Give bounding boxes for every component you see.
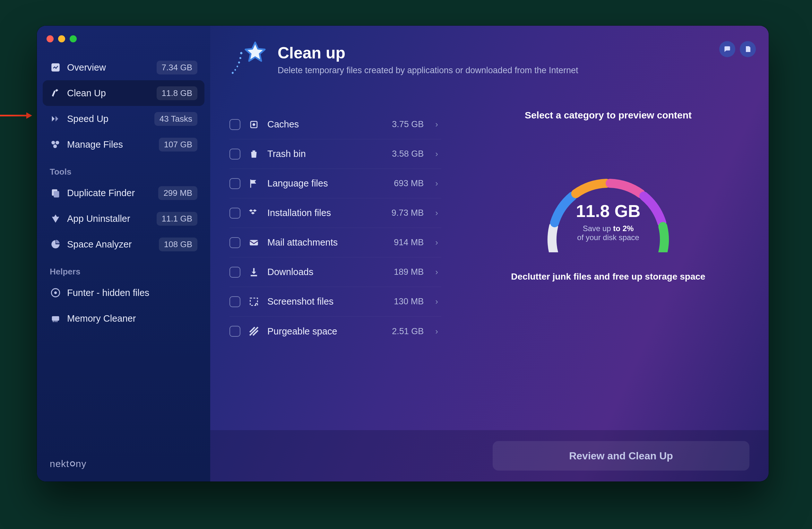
preview-pane: Select a category to preview content 11.… <box>454 110 769 430</box>
gauge: 11.8 GB Save up to 2% of your disk space <box>531 162 685 252</box>
page-subtitle: Delete temporary files created by applic… <box>278 66 719 75</box>
sidebar-helper-memory-cleaner[interactable]: Memory Cleaner <box>43 305 204 331</box>
minimize-window-button[interactable] <box>58 35 65 42</box>
category-screenshot-files[interactable]: Screenshot files130 MB› <box>230 287 441 316</box>
category-caches[interactable]: Caches3.75 GB› <box>230 110 441 139</box>
svg-point-16 <box>236 65 238 68</box>
gauge-line2: of your disk space <box>531 233 685 242</box>
chevron-right-icon: › <box>435 178 438 188</box>
category-size: 9.73 MB <box>392 208 429 218</box>
sidebar-item-label: App Uninstaller <box>67 213 151 224</box>
sidebar-helper-funter-hidden-files[interactable]: Funter - hidden files <box>43 280 204 305</box>
svg-rect-13 <box>57 321 57 322</box>
category-installation-files[interactable]: Installation files9.73 MB› <box>230 198 441 228</box>
svg-marker-1 <box>26 112 32 119</box>
trash-icon <box>247 148 260 160</box>
category-downloads[interactable]: Downloads189 MB› <box>230 257 441 287</box>
category-checkbox[interactable] <box>230 148 241 159</box>
svg-rect-12 <box>55 321 56 322</box>
svg-point-14 <box>231 72 234 74</box>
category-checkbox[interactable] <box>230 208 241 219</box>
category-list: Caches3.75 GB›Trash bin3.58 GB›Language … <box>230 110 441 430</box>
chevron-right-icon: › <box>435 327 438 337</box>
sidebar-section-helpers: Helpers <box>37 257 210 280</box>
preview-title: Select a category to preview content <box>525 110 692 121</box>
brand-logo: nektny <box>50 458 86 469</box>
svg-point-19 <box>240 52 243 55</box>
sidebar-item-badge: 11.1 GB <box>157 212 198 226</box>
duplicate-icon <box>50 187 61 199</box>
sidebar-tool-duplicate-finder[interactable]: Duplicate Finder299 MB <box>43 180 204 206</box>
chat-button[interactable] <box>719 41 735 57</box>
speedup-icon <box>50 113 61 125</box>
gauge-line1: Save up to 2% <box>531 224 685 233</box>
sidebar-item-badge: 107 GB <box>159 138 198 152</box>
category-checkbox[interactable] <box>230 267 241 278</box>
svg-point-9 <box>54 291 57 294</box>
sidebar-item-label: Duplicate Finder <box>67 188 153 198</box>
sidebar-item-badge: 7.34 GB <box>157 61 198 74</box>
category-purgeable-space[interactable]: Purgeable space2.51 GB› <box>230 316 441 346</box>
category-size: 189 MB <box>394 267 428 277</box>
sidebar-item-badge: 299 MB <box>158 186 198 200</box>
sidebar-item-badge: 43 Tasks <box>154 112 198 126</box>
category-size: 693 MB <box>394 178 428 188</box>
chevron-right-icon: › <box>435 238 438 247</box>
category-checkbox[interactable] <box>230 237 241 248</box>
category-size: 130 MB <box>394 297 428 306</box>
sidebar-item-label: Speed Up <box>67 114 149 124</box>
category-checkbox[interactable] <box>230 296 241 307</box>
download-icon <box>247 266 260 278</box>
category-label: Trash bin <box>267 148 385 159</box>
gauge-value: 11.8 GB <box>531 201 685 221</box>
sidebar-item-manage-files[interactable]: Manage Files107 GB <box>43 132 204 157</box>
svg-point-21 <box>252 123 256 126</box>
app-window: Overview7.34 GBClean Up11.8 GBSpeed Up43… <box>37 26 769 482</box>
svg-point-5 <box>53 144 57 148</box>
funter-icon <box>50 287 61 299</box>
review-cleanup-button[interactable]: Review and Clean Up <box>493 441 750 471</box>
maximize-window-button[interactable] <box>70 35 77 42</box>
category-checkbox[interactable] <box>230 178 241 189</box>
purge-icon <box>247 325 260 338</box>
sidebar-section-tools: Tools <box>37 157 210 180</box>
category-label: Mail attachments <box>267 237 387 248</box>
sidebar-item-label: Funter - hidden files <box>67 288 198 298</box>
svg-rect-10 <box>52 316 59 321</box>
category-trash-bin[interactable]: Trash bin3.58 GB› <box>230 139 441 169</box>
sidebar-item-label: Memory Cleaner <box>67 313 198 324</box>
svg-point-3 <box>52 141 55 144</box>
sidebar: Overview7.34 GBClean Up11.8 GBSpeed Up43… <box>37 26 210 482</box>
docs-button[interactable] <box>740 41 756 57</box>
pointer-arrow <box>0 111 32 120</box>
close-window-button[interactable] <box>46 35 54 42</box>
sidebar-item-speed-up[interactable]: Speed Up43 Tasks <box>43 106 204 132</box>
sidebar-item-label: Clean Up <box>67 88 151 99</box>
flag-icon <box>247 177 260 190</box>
cleanup-icon <box>50 87 61 99</box>
overview-icon <box>50 62 61 73</box>
category-checkbox[interactable] <box>230 326 241 337</box>
traffic-lights <box>37 26 210 42</box>
category-label: Screenshot files <box>267 296 387 307</box>
sidebar-item-label: Manage Files <box>67 139 153 150</box>
svg-point-15 <box>234 69 236 71</box>
sidebar-item-overview[interactable]: Overview7.34 GB <box>43 55 204 80</box>
screenshot-icon <box>247 295 260 308</box>
svg-rect-22 <box>250 240 258 245</box>
sidebar-item-clean-up[interactable]: Clean Up11.8 GB <box>43 80 204 106</box>
category-label: Caches <box>267 119 385 130</box>
mail-icon <box>247 236 260 249</box>
chevron-right-icon: › <box>435 297 438 306</box>
category-label: Downloads <box>267 267 387 277</box>
category-mail-attachments[interactable]: Mail attachments914 MB› <box>230 228 441 257</box>
svg-rect-11 <box>53 321 54 322</box>
category-language-files[interactable]: Language files693 MB› <box>230 169 441 198</box>
uninstaller-icon <box>50 213 61 224</box>
chevron-right-icon: › <box>435 149 438 159</box>
footer: Review and Clean Up <box>210 430 769 482</box>
sidebar-tool-app-uninstaller[interactable]: App Uninstaller11.1 GB <box>43 206 204 231</box>
sidebar-tool-space-analyzer[interactable]: Space Analyzer108 GB <box>43 231 204 257</box>
category-label: Purgeable space <box>267 326 385 337</box>
category-checkbox[interactable] <box>230 119 241 130</box>
